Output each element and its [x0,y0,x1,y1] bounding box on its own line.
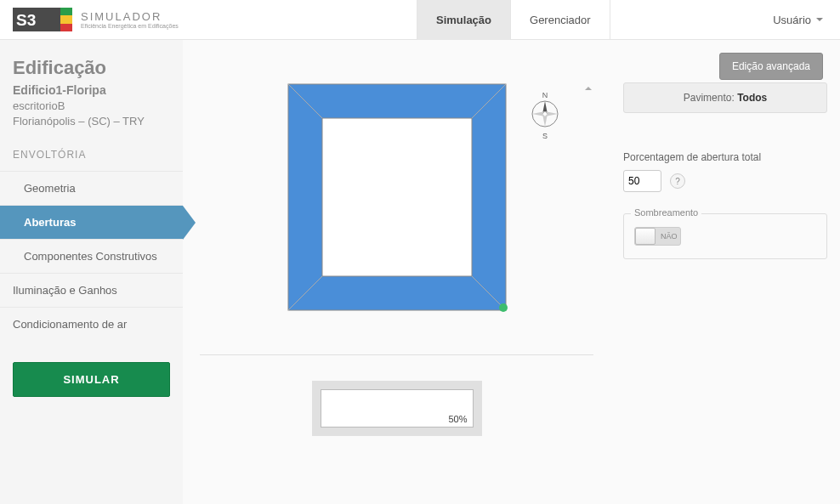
top-bar: S3 SIMULADOR Eficiência Energética em Ed… [0,0,840,40]
svg-marker-8 [532,111,545,116]
sombreamento-toggle[interactable]: NÃO [634,227,681,246]
svg-point-16 [499,303,508,312]
section-envoltoria: ENVOLTÓRIA [0,149,183,161]
sidebar-item-componentes[interactable]: Componentes Construtivos [0,239,183,273]
svg-rect-4 [60,24,72,31]
sidebar-item-geometria[interactable]: Geometria [0,171,183,205]
s3e-logo-icon: S3 [13,8,72,31]
floor-plan[interactable] [287,82,508,312]
user-menu[interactable]: Usuário [773,14,840,26]
compass-icon: N S [531,91,559,140]
user-label: Usuário [773,14,811,26]
tab-simulacao[interactable]: Simulação [417,0,510,40]
zone-name: escritorioB [0,99,183,112]
scroll-up-icon[interactable] [585,87,592,90]
divider [200,354,593,355]
page-title: Edificação [0,57,183,79]
right-panel: Pavimento: Todos Porcentagem de abertura… [610,40,840,504]
canvas-area: N S [183,40,610,504]
svg-rect-11 [322,118,472,276]
abertura-label: Porcentagem de abertura total [623,151,827,163]
svg-marker-9 [545,111,558,116]
sidebar-item-aberturas[interactable]: Aberturas [0,205,183,239]
sidebar-item-iluminacao[interactable]: Iluminação e Ganhos [0,273,183,307]
advanced-edit-button[interactable]: Edição avançada [719,53,823,80]
content-area: Edição avançada N S [183,40,840,504]
location-name: Florianópolis – (SC) – TRY [0,115,183,127]
sidebar-item-condicionamento[interactable]: Condicionamento de ar [0,307,183,341]
chevron-down-icon [816,18,823,21]
pavimento-selector[interactable]: Pavimento: Todos [623,82,827,113]
svg-rect-3 [60,15,72,24]
simulate-button[interactable]: SIMULAR [13,362,170,397]
tab-gerenciador[interactable]: Gerenciador [510,0,610,40]
svg-rect-2 [60,8,72,15]
main-tabs: Simulação Gerenciador [417,0,610,40]
abertura-input[interactable] [623,170,661,192]
logo-title: SIMULADOR [81,10,179,23]
building-name: Edificio1-Floripa [0,83,183,97]
logo-area: S3 SIMULADOR Eficiência Energética em Ed… [0,8,417,31]
sombreamento-label: Sombreamento [631,207,701,218]
sidebar: Edificação Edificio1-Floripa escritorioB… [0,40,183,504]
help-icon[interactable]: ? [670,173,685,189]
svg-text:S3: S3 [16,11,36,29]
elevation-preview: 50% [312,381,482,436]
sombreamento-fieldset: Sombreamento NÃO [623,213,827,259]
toggle-handle-icon [635,228,656,245]
logo-subtitle: Eficiência Energética em Edificações [81,23,179,29]
elevation-percent: 50% [448,414,467,424]
main-area: Edificação Edificio1-Floripa escritorioB… [0,40,840,504]
